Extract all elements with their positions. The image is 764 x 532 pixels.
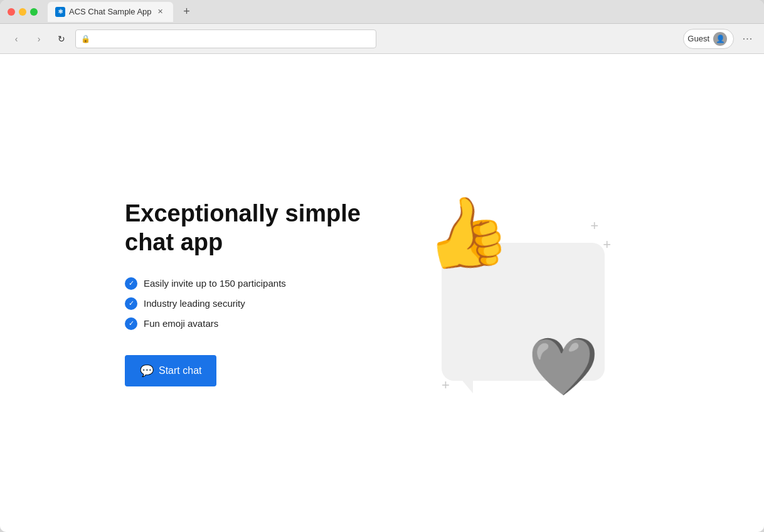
headline: Exceptionally simple chat app — [125, 200, 382, 257]
maximize-button[interactable] — [30, 8, 38, 16]
more-options-button[interactable]: ··· — [739, 30, 756, 48]
headline-line2: chat app — [125, 229, 223, 255]
feature-item-3: ✓ Fun emoji avatars — [125, 317, 382, 330]
close-button[interactable] — [8, 8, 15, 16]
feature-text-1: Easily invite up to 150 participants — [144, 278, 286, 289]
lock-icon: 🔒 — [81, 35, 90, 43]
plus-decoration-3: + — [442, 377, 450, 393]
plus-decoration-1: + — [590, 218, 598, 234]
feature-item-1: ✓ Easily invite up to 150 participants — [125, 277, 382, 290]
guest-label: Guest — [687, 34, 709, 43]
thumbs-up-icon: 👍 — [416, 186, 515, 280]
start-chat-label: Start chat — [159, 365, 201, 376]
check-icon-3: ✓ — [125, 317, 137, 330]
right-illustration: 👍 🩶 + + + — [382, 174, 639, 412]
check-icon-2: ✓ — [125, 297, 137, 310]
heart-icon: 🩶 — [528, 334, 598, 400]
plus-decoration-2: + — [603, 237, 611, 253]
features-list: ✓ Easily invite up to 150 participants ✓… — [125, 277, 382, 330]
back-icon: ‹ — [15, 34, 18, 44]
minimize-button[interactable] — [19, 8, 26, 16]
left-content: Exceptionally simple chat app ✓ Easily i… — [125, 200, 382, 386]
content-wrapper: Exceptionally simple chat app ✓ Easily i… — [100, 174, 664, 412]
avatar-icon: 👤 — [716, 35, 725, 43]
title-bar: ⚛ ACS Chat Sample App ✕ + — [0, 0, 764, 24]
chat-icon: 💬 — [140, 364, 154, 378]
back-button[interactable]: ‹ — [8, 30, 25, 48]
feature-text-2: Industry leading security — [144, 298, 245, 309]
feature-text-3: Fun emoji avatars — [144, 318, 218, 329]
tab-close-button[interactable]: ✕ — [156, 7, 166, 17]
browser-window: ⚛ ACS Chat Sample App ✕ + ‹ › ↻ 🔒 Guest … — [0, 0, 764, 532]
forward-icon: › — [38, 34, 41, 44]
feature-item-2: ✓ Industry leading security — [125, 297, 382, 310]
browser-tab[interactable]: ⚛ ACS Chat Sample App ✕ — [48, 2, 173, 22]
address-bar[interactable]: 🔒 — [75, 29, 376, 48]
refresh-button[interactable]: ↻ — [53, 30, 70, 48]
start-chat-button[interactable]: 💬 Start chat — [125, 355, 216, 386]
new-tab-button[interactable]: + — [178, 3, 196, 21]
tab-title: ACS Chat Sample App — [69, 7, 152, 16]
guest-avatar: 👤 — [713, 32, 727, 46]
illustration-container: 👍 🩶 + + + — [404, 180, 617, 406]
refresh-icon: ↻ — [58, 34, 65, 44]
page-content: Exceptionally simple chat app ✓ Easily i… — [0, 54, 764, 532]
tab-favicon: ⚛ — [55, 7, 65, 17]
headline-line1: Exceptionally simple — [125, 200, 361, 226]
check-icon-1: ✓ — [125, 277, 137, 290]
nav-bar: ‹ › ↻ 🔒 Guest 👤 ··· — [0, 24, 764, 54]
guest-profile-button[interactable]: Guest 👤 — [683, 29, 734, 49]
traffic-lights — [8, 8, 38, 16]
forward-button[interactable]: › — [30, 30, 48, 48]
